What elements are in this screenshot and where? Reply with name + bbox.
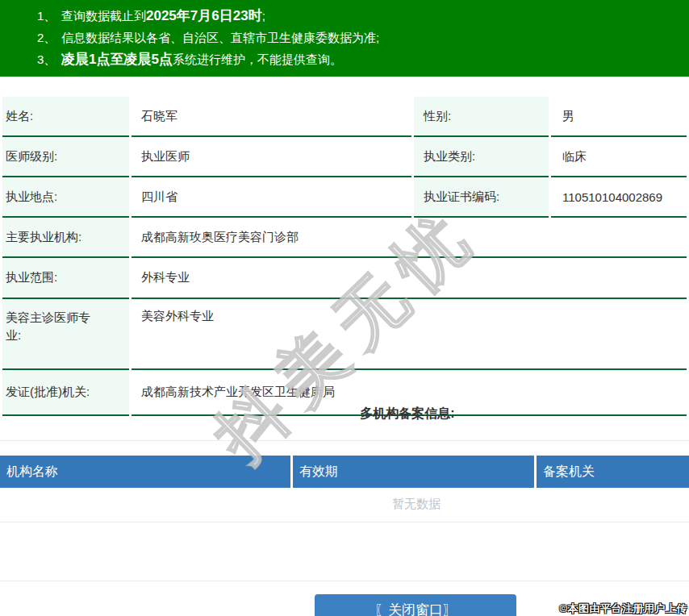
divider bbox=[0, 581, 689, 581]
label-practice-scope: 执业范围: bbox=[2, 258, 129, 299]
notice-number: 3、 bbox=[37, 48, 61, 70]
multi-org-section-title: 多机构备案信息: bbox=[0, 406, 689, 422]
license-query-result-page: { "colors": { "banner_green": "#008000",… bbox=[0, 0, 689, 616]
table-row: 执业范围: 外科专业 bbox=[2, 258, 687, 299]
label-name: 姓名: bbox=[2, 97, 129, 137]
notice-bold-text: 2025年7月6日23时 bbox=[146, 8, 262, 23]
table-row: 姓名: 石晓军 性别: 男 bbox=[2, 97, 687, 137]
practitioner-info-table: 姓名: 石晓军 性别: 男 医师级别: 执业医师 执业类别: 临床 执业地点: … bbox=[0, 97, 689, 416]
label-practice-category: 执业类别: bbox=[414, 137, 549, 177]
value-gender: 男 bbox=[551, 97, 687, 137]
notice-line-1: 1、查询数据截止到2025年7月6日23时; bbox=[0, 5, 689, 27]
label-practice-location: 执业地点: bbox=[2, 177, 129, 218]
notice-text: 查询数据截止到 bbox=[61, 9, 146, 23]
notice-number: 2、 bbox=[37, 27, 61, 48]
notice-line-3: 3、凌晨1点至凌晨5点系统进行维护，不能提供查询。 bbox=[0, 48, 689, 70]
value-name: 石晓军 bbox=[132, 97, 411, 137]
empty-data-placeholder: 暂无数据 bbox=[0, 497, 689, 512]
notice-banner: 1、查询数据截止到2025年7月6日23时; 2、信息数据结果以各省、自治区、直… bbox=[0, 0, 689, 77]
value-practice-location: 四川省 bbox=[132, 177, 411, 218]
notice-bold-text: 凌晨1点至凌晨5点 bbox=[61, 52, 173, 67]
label-cosmetic-specialty: 美容主诊医师专业: bbox=[2, 299, 129, 370]
value-cosmetic-specialty: 美容外科专业 bbox=[132, 299, 687, 370]
table-row: 执业地点: 四川省 执业证书编码: 110510104002869 bbox=[2, 177, 687, 218]
value-main-institution: 成都高新玫奥医疗美容门诊部 bbox=[132, 218, 687, 258]
image-upload-caption: ©本图由平台注册用户上传 bbox=[559, 601, 687, 616]
notice-text: 信息数据结果以各省、自治区、直辖市卫生健康委数据为准; bbox=[61, 31, 379, 44]
label-certificate-number: 执业证书编码: bbox=[414, 177, 549, 218]
label-main-institution: 主要执业机构: bbox=[2, 218, 129, 258]
divider bbox=[0, 440, 689, 441]
table-row: 美容主诊医师专业: 美容外科专业 bbox=[2, 299, 687, 370]
value-certificate-number: 110510104002869 bbox=[551, 177, 687, 218]
notice-number: 1、 bbox=[37, 5, 61, 27]
table-row: 医师级别: 执业医师 执业类别: 临床 bbox=[2, 137, 687, 177]
column-header-filing-authority: 备案机关 bbox=[537, 456, 689, 488]
column-header-institution-name: 机构名称 bbox=[0, 456, 293, 488]
value-doctor-level: 执业医师 bbox=[132, 137, 411, 177]
divider bbox=[0, 522, 689, 522]
close-window-button[interactable]: 〖关闭窗口〗 bbox=[315, 594, 516, 616]
notice-text: ; bbox=[262, 9, 265, 23]
label-doctor-level: 医师级别: bbox=[2, 137, 129, 177]
multi-org-table-header: 机构名称 有效期 备案机关 bbox=[0, 456, 689, 488]
notice-text: 系统进行维护，不能提供查询。 bbox=[173, 52, 342, 66]
value-practice-category: 临床 bbox=[551, 137, 687, 177]
label-gender: 性别: bbox=[414, 97, 549, 137]
table-row: 主要执业机构: 成都高新玫奥医疗美容门诊部 bbox=[2, 218, 687, 258]
value-practice-scope: 外科专业 bbox=[132, 258, 687, 299]
notice-line-2: 2、信息数据结果以各省、自治区、直辖市卫生健康委数据为准; bbox=[0, 27, 689, 48]
column-header-validity-period: 有效期 bbox=[293, 456, 537, 488]
